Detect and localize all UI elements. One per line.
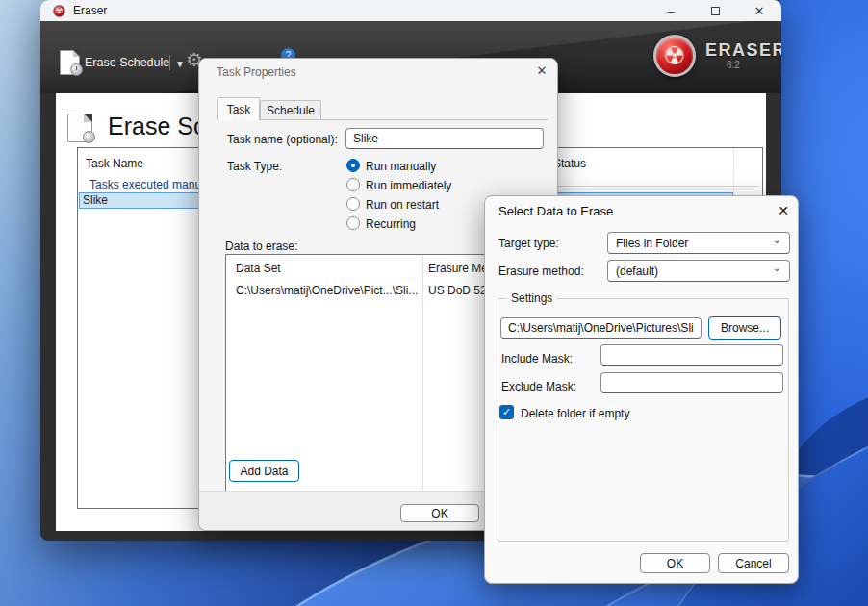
task-type-label: Task Type: xyxy=(227,160,282,173)
list-cell-data-set[interactable]: C:\Users\matij\OneDrive\Pict...\Sli... xyxy=(236,284,418,297)
tab-strip-line xyxy=(217,119,548,120)
list-column-data-set[interactable]: Data Set xyxy=(236,262,281,275)
close-button[interactable]: ✕ xyxy=(737,0,781,21)
erase-schedule-heading-icon xyxy=(67,114,92,142)
minimize-icon: – xyxy=(667,4,674,18)
ok-button[interactable]: OK xyxy=(640,553,710,573)
erasure-method-label: Erasure method: xyxy=(498,265,584,278)
maximize-button[interactable] xyxy=(693,0,737,21)
radio-run-on-restart-label[interactable]: Run on restart xyxy=(366,198,439,212)
dialog-title: Select Data to Erase xyxy=(498,204,613,218)
target-type-label: Target type: xyxy=(498,237,559,250)
data-to-erase-label: Data to erase: xyxy=(225,240,297,253)
tab-schedule[interactable]: Schedule xyxy=(260,100,321,120)
chevron-down-icon: ⌄ xyxy=(773,234,781,246)
task-name-input[interactable] xyxy=(345,128,544,149)
include-mask-label: Include Mask: xyxy=(501,352,573,366)
radio-run-manually-label[interactable]: Run manually xyxy=(366,160,436,173)
settings-label: Settings xyxy=(506,291,557,305)
ok-button[interactable]: OK xyxy=(400,504,479,522)
column-header-status[interactable]: Status xyxy=(553,157,586,170)
close-icon[interactable]: ✕ xyxy=(534,63,549,79)
chevron-down-icon: ⌄ xyxy=(773,262,781,274)
close-icon: ✕ xyxy=(754,4,765,18)
brand-version: 6.2 xyxy=(727,60,740,70)
radio-run-on-restart[interactable] xyxy=(346,197,360,211)
window-title: Eraser xyxy=(73,4,107,17)
list-column-divider xyxy=(422,255,423,508)
radio-recurring[interactable] xyxy=(346,216,360,230)
radio-run-manually[interactable] xyxy=(346,159,360,172)
include-mask-input[interactable] xyxy=(600,344,783,366)
erasure-method-select[interactable]: (default) ⌄ xyxy=(607,260,790,282)
toolbar-erase-schedule[interactable]: Erase Schedule xyxy=(85,54,169,71)
radio-run-immediately-label[interactable]: Run immediately xyxy=(366,179,451,192)
select-data-dialog: Select Data to Erase ✕ Target type: File… xyxy=(484,195,799,584)
target-type-select[interactable]: Files in Folder ⌄ xyxy=(607,232,790,254)
tab-task[interactable]: Task xyxy=(217,97,260,120)
close-icon[interactable]: ✕ xyxy=(776,203,791,218)
cancel-button[interactable]: Cancel xyxy=(718,553,789,573)
exclude-mask-input[interactable] xyxy=(600,372,783,393)
radio-run-immediately[interactable] xyxy=(346,178,360,191)
dialog-title: Task Properties xyxy=(217,65,296,79)
toolbar-separator xyxy=(169,55,170,70)
check-icon: ✓ xyxy=(502,406,511,417)
browse-button[interactable]: Browse... xyxy=(708,316,781,340)
dropdown-caret-icon[interactable]: ▼ xyxy=(175,59,185,69)
delete-folder-label[interactable]: Delete folder if empty xyxy=(521,407,629,420)
column-header-task-name[interactable]: Task Name xyxy=(86,157,143,170)
eraser-logo-icon: ☢ xyxy=(53,5,65,17)
clock-icon xyxy=(70,63,83,76)
eraser-brand-logo: ☢ xyxy=(653,35,696,77)
delete-folder-checkbox[interactable]: ✓ xyxy=(499,405,514,419)
task-name-label: Task name (optional): xyxy=(227,133,338,146)
maximize-icon xyxy=(711,7,720,15)
titlebar[interactable]: ☢ Eraser – ✕ xyxy=(40,0,781,21)
radio-recurring-label[interactable]: Recurring xyxy=(366,217,416,231)
folder-path-input[interactable] xyxy=(500,317,702,339)
exclude-mask-label: Exclude Mask: xyxy=(501,380,576,393)
clock-icon xyxy=(83,131,95,143)
add-data-button[interactable]: Add Data xyxy=(229,460,299,482)
erase-schedule-icon xyxy=(60,50,80,75)
minimize-button[interactable]: – xyxy=(649,0,693,21)
brand-name: ERASER xyxy=(705,40,781,61)
